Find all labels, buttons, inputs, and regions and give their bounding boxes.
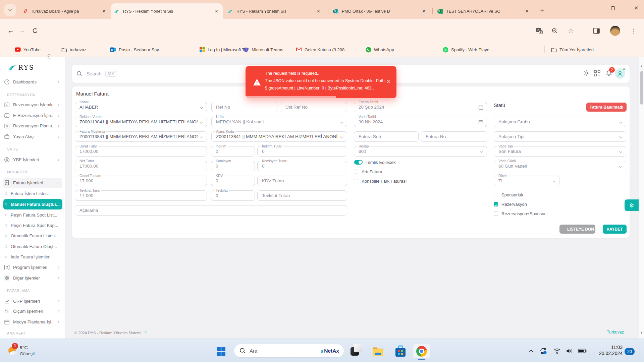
sidebar-item-dashboards[interactable]: Dashboards [4, 78, 62, 85]
app-search[interactable]: Search ⌘K [76, 70, 211, 78]
forward-button[interactable]: → [16, 19, 28, 42]
sidebar-item-iade-fatura[interactable]: İade Fatura İşlemleri [4, 253, 62, 260]
field-indirim-tutari[interactable]: İndirim Tutarı 0 [257, 146, 347, 157]
tray-wifi-icon[interactable] [552, 347, 562, 355]
sidebar-item-rezervasyon-planlama[interactable]: Rezervasyon Planla... [4, 122, 62, 129]
taskbar-microsoft-store[interactable] [394, 344, 407, 358]
sponsorluk-checkbox[interactable] [494, 193, 498, 197]
scroll-up-arrow[interactable]: ▲ [640, 64, 643, 68]
tray-volume-icon[interactable] [565, 347, 574, 355]
bookmark-star-icon[interactable]: ☆ [564, 19, 578, 42]
field-indirim[interactable]: İndirim 0 [211, 146, 255, 157]
bookmark-all-bookmarks[interactable]: Tüm Yer İşaretleri [551, 46, 594, 53]
sidebar-item-rezervasyon-islemleri[interactable]: Rezervasyon İşlemleri [4, 101, 62, 108]
sidebar-item-pesin-fatura-spot-kapatma[interactable]: Peşin Fatura Spot Kap... [4, 222, 62, 229]
status-button[interactable]: Fatura Basılmadı [586, 103, 627, 112]
field-burut-tutar[interactable]: Bürüt Tutar 17000,00 [75, 146, 207, 157]
window-close-button[interactable]: ✕ [629, 0, 644, 16]
sidebar-item-fatura-islem-listesi[interactable]: Fatura İşlem Listesi [4, 190, 62, 197]
tab-close-icon[interactable]: ✕ [316, 8, 321, 14]
tray-battery-icon[interactable] [577, 348, 587, 354]
tab-turkuvaz-board[interactable]: Turkuvaz Board - Agile pa ✕ [18, 3, 110, 19]
field-komisyon[interactable]: Komisyon 0 [211, 161, 255, 171]
field-vade-tipi[interactable]: Vade Tipi Son Fatura [494, 146, 626, 157]
theme-toggle[interactable] [582, 69, 590, 78]
tab-test-senaryolari[interactable]: X TEST SENARYOLARI ve SO ✕ [434, 3, 533, 19]
field-ref-no[interactable]: Ref No [211, 102, 277, 112]
field-tevkifat-tutari[interactable]: Tevkifat Tutarı [257, 190, 347, 201]
apps-menu[interactable] [594, 70, 601, 78]
tab-close-icon[interactable]: ✕ [214, 8, 219, 14]
bookmark-posta[interactable]: O Posta - Sedanur Say... [110, 46, 162, 53]
tray-update-icon[interactable] [538, 346, 548, 356]
save-button[interactable]: KAYDET [603, 225, 627, 234]
zoom-icon[interactable] [547, 19, 562, 42]
field-hesap[interactable]: Hesap 600 [354, 146, 487, 157]
field-urun[interactable]: Ürün MERQLXAN || Kol saati [211, 117, 347, 127]
user-avatar[interactable] [615, 68, 625, 79]
new-tab-button[interactable]: + [537, 6, 547, 15]
temlik-toggle[interactable] [354, 160, 363, 165]
field-doviz[interactable]: Döviz TL [494, 176, 559, 186]
sidebar-item-e-rezervasyon[interactable]: E-Rezervasyon İşle... [4, 112, 62, 119]
sidebar-item-diger-islemler[interactable]: Diğer İşlemler [4, 275, 62, 282]
profile-avatar[interactable] [608, 19, 622, 42]
tray-expand-chevron[interactable] [527, 348, 535, 354]
tab-close-icon[interactable]: ✕ [421, 8, 427, 14]
field-reklam-veren[interactable]: Reklam Veren Z000113841 || MMM MEDYA REK… [75, 117, 207, 127]
tab-search-button[interactable] [4, 4, 16, 16]
translate-icon[interactable]: G [532, 19, 547, 42]
toast-close-icon[interactable]: ✕ [386, 79, 390, 84]
tab-close-icon[interactable]: ✕ [101, 8, 107, 14]
field-ajans-kodu[interactable]: Ajans Kodu Z000113841 || MMM MEDYA REKLA… [211, 131, 347, 142]
sidebar-item-grp-islemleri[interactable]: GRP İşlemleri [4, 298, 62, 305]
window-minimize-button[interactable]: – [582, 0, 597, 16]
tab-rys-2[interactable]: RYS - Reklam Yönetim Sis ✕ [224, 3, 325, 19]
tab-pmo-ortak[interactable]: S PMO Ortak - 06-Test ve D ✕ [329, 3, 430, 19]
vertical-scrollbar[interactable]: ▲ ▼ [639, 57, 644, 339]
sidebar-collapse-toggle[interactable] [47, 54, 51, 59]
rezervasyon-sponsor-checkbox[interactable] [494, 212, 498, 216]
taskbar-chrome-active[interactable] [413, 344, 430, 358]
field-tevkifat-taric[interactable]: Tevkifat Tariç 17.000 [75, 190, 207, 201]
sidebar-item-ybf[interactable]: YBF İşlemleri [4, 156, 62, 163]
window-maximize-button[interactable] [605, 0, 621, 16]
field-anlasma-grubu[interactable]: Anlaşma Grubu [494, 117, 626, 127]
field-vade-tarihi[interactable]: Vade Tarihi 30 Nis 2024 [354, 117, 487, 127]
field-kanal[interactable]: Kanal AHABER [75, 102, 207, 112]
field-fatura-tarihi[interactable]: Fatura Tarihi 20 Şub 2024 [354, 102, 487, 112]
field-net-tutar[interactable]: Net Tutar 17000,00 [75, 161, 207, 171]
scrollbar-thumb[interactable] [640, 71, 643, 105]
start-button[interactable] [215, 346, 226, 357]
sidebar-item-otomatik-fatura-listesi[interactable]: Otomatik Fatura Listesi [4, 232, 62, 239]
sidebar-item-pesin-fatura-spot-listesi[interactable]: Peşin Fatura Spot List... [4, 212, 62, 219]
field-aciklama[interactable]: Açıklama [75, 205, 347, 216]
taskbar-notification-badge[interactable]: 20 [625, 348, 635, 355]
rys-logo[interactable]: RYS [8, 64, 35, 72]
notifications-bell[interactable]: 2 [605, 69, 613, 78]
tray-clock[interactable]: 11:03 20.02.2024 [590, 342, 623, 360]
settings-fab[interactable]: ⚙ [625, 199, 639, 211]
bookmark-login-microsoft[interactable]: Log In | Microsoft T... [200, 46, 248, 53]
field-komisyon-tutari[interactable]: Komisyon Tutarı 0 [257, 161, 347, 171]
field-fatura-no[interactable]: Fatura No [421, 131, 487, 142]
konsolite-checkbox[interactable] [354, 179, 358, 183]
reload-button[interactable] [29, 19, 41, 42]
taskbar-weather[interactable]: 1 9°C Güneşli [7, 345, 68, 357]
tab-rys-active[interactable]: RYS - Reklam Yönetim Sis ✕ [111, 3, 223, 19]
tab-close-icon[interactable]: ✕ [524, 8, 530, 14]
scroll-down-arrow[interactable]: ▼ [640, 331, 643, 335]
rezervasyon-checkbox[interactable] [494, 202, 498, 206]
sidebar-item-manuel-fatura[interactable]: Manuel Fatura oluştur... [4, 201, 62, 208]
bookmark-gelen-kutusu[interactable]: Gelen Kutusu (3.208... [296, 46, 348, 53]
bookmark-spotify[interactable]: Spotify - Web Playe... [443, 46, 493, 53]
back-button[interactable]: ← [5, 19, 17, 42]
arti-fatura-checkbox[interactable] [354, 170, 358, 174]
field-fatura-musterisi[interactable]: Fatura Müşterisi Z000113841 || MMM MEDYA… [75, 131, 207, 142]
sidebar-item-yayin-akisi[interactable]: Yayın Akışı [4, 133, 62, 140]
bookmark-turkuvaz-folder[interactable]: turkuvaz [61, 46, 86, 53]
sidebar-item-otomatik-fatura-olusturma[interactable]: Otomatik Fatura Oluşt... [4, 243, 62, 250]
taskbar-search[interactable]: Ara ṡ NetAx [234, 344, 344, 357]
sidebar-item-program-islemleri[interactable]: Program İşlemleri [4, 264, 62, 271]
field-vade-gunu[interactable]: Vade Günü 60 Gün Vadeli [494, 161, 626, 171]
